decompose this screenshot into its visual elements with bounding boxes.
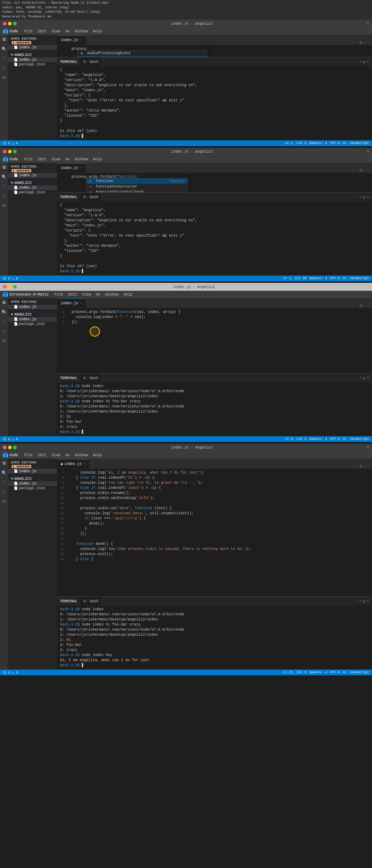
close-button-4[interactable] [3, 446, 7, 449]
sidebar-angelic2-packagejson-1[interactable]: 📄 package.json [8, 62, 57, 67]
search-icon-3[interactable]: 🔍 [1, 309, 7, 316]
git-icon-3[interactable]: ⑂ [1, 318, 7, 325]
status-language-1[interactable]: JavaScript [349, 141, 369, 145]
search-icon-1[interactable]: 🔍 [1, 46, 7, 52]
editor-content-4[interactable]: 7 console.log('Hi, I am angelica, what c… [57, 469, 372, 596]
status-ln-col-2[interactable]: Ln 1, Col 30 [283, 277, 307, 280]
close-button-3[interactable] [3, 285, 7, 289]
sidebar-file-indexjs-1[interactable]: 📄 index.js [8, 45, 57, 50]
terminal-split-icon-2[interactable]: ⊟ [363, 195, 365, 200]
terminal-close-icon-3[interactable]: × [367, 376, 369, 381]
status-language-4[interactable]: JavaScript [349, 671, 369, 674]
status-spaces-1[interactable]: Spaces: 4 [310, 141, 327, 145]
status-encoding-2[interactable]: UTF-8 [330, 277, 340, 280]
terminal-add-icon-2[interactable]: + [359, 195, 361, 200]
sidebar-angelic2-packagejson-4[interactable]: 📄 package.json [8, 486, 57, 491]
sidebar-angelic2-indexjs-2[interactable]: 📄 index.js [8, 185, 57, 190]
settings-icon[interactable]: ⚙ [367, 21, 369, 26]
minimize-button-1[interactable] [8, 22, 12, 25]
debug-icon-2[interactable]: ▷ [1, 193, 7, 199]
sidebar-angelic2-indexjs-3[interactable]: 📄 index.js [8, 317, 57, 322]
debug-icon-1[interactable]: ▷ [1, 65, 7, 71]
git-icon-4[interactable]: ⑂ [1, 479, 7, 486]
maximize-button-2[interactable] [13, 150, 17, 153]
menu-view-1[interactable]: View [49, 29, 62, 34]
minimize-button-3[interactable] [8, 285, 12, 289]
menu-edit-3[interactable]: Edit [66, 292, 79, 297]
more-actions-icon-2[interactable]: ··· [363, 169, 370, 173]
terminal-split-icon-4[interactable]: ⊟ [363, 599, 365, 604]
menu-edit-2[interactable]: Edit [36, 157, 49, 162]
status-spaces-4[interactable]: Spaces: 4 [310, 671, 327, 674]
sidebar-file-indexjs-3[interactable]: 📄 index.js [8, 305, 57, 309]
terminal-add-icon-1[interactable]: + [359, 60, 361, 64]
settings-icon-2[interactable]: ⚙ [367, 149, 369, 154]
maximize-button-3[interactable] [13, 285, 17, 289]
sidebar-angelic2-indexjs-4[interactable]: 📄 index.js [8, 481, 57, 486]
debug-icon-4[interactable]: ▷ [1, 489, 7, 495]
editor-content-1[interactable]: process ◆ AudioProcessingEvent ⟶ Process… [57, 45, 372, 57]
close-button-2[interactable] [3, 150, 7, 153]
tab-indexjs-4[interactable]: index.js × [57, 459, 89, 469]
terminal-close-icon-1[interactable]: × [367, 60, 369, 64]
terminal-add-icon-4[interactable]: + [359, 599, 361, 604]
sidebar-angelic2-packagejson-2[interactable]: 📄 package.json [8, 190, 57, 195]
extensions-icon-2[interactable]: ⊞ [1, 202, 7, 209]
autocomplete-dropdown-1[interactable]: ◆ AudioProcessingEvent ⟶ ProcessingInstr… [77, 50, 207, 57]
git-icon-2[interactable]: ⑂ [1, 183, 7, 190]
status-ln-col-1[interactable]: Ln 1, Col 8 [285, 141, 306, 145]
split-editor-icon-1[interactable]: ⊟ [360, 40, 362, 45]
more-actions-icon-3[interactable]: ··· [363, 304, 370, 308]
terminal-close-icon-2[interactable]: × [367, 195, 369, 200]
sidebar-angelic2-packagejson-3[interactable]: 📄 package.json [8, 322, 57, 326]
terminal-tab-1[interactable]: 3: bash [80, 57, 102, 66]
autocomplete-item-function[interactable]: ƒ function function [86, 178, 187, 184]
editor-content-3[interactable]: 1 process.argv.forEach(function(val, ind… [57, 308, 372, 373]
more-actions-icon-1[interactable]: ··· [363, 41, 370, 45]
editor-content-2[interactable]: process.argv.forEach(function| ƒ functio… [57, 173, 372, 192]
tab-close-4[interactable]: × [83, 462, 85, 466]
menu-view-4[interactable]: View [49, 453, 62, 458]
status-eol-2[interactable]: LF [343, 277, 347, 280]
menu-go-4[interactable]: Go [63, 453, 72, 458]
status-ln-col-3[interactable]: Ln 3, Col 4 [285, 437, 306, 441]
sidebar-file-indexjs-4[interactable]: 📄 index.js [8, 469, 57, 474]
tab-close-3[interactable]: × [80, 301, 82, 305]
status-encoding-3[interactable]: UTF-8 [330, 437, 340, 441]
status-language-3[interactable]: JavaScript [349, 437, 369, 441]
menu-go-1[interactable]: Go [63, 29, 72, 34]
extensions-icon-3[interactable]: ⊞ [1, 337, 7, 344]
menu-help-1[interactable]: Help [91, 29, 104, 34]
menu-view-2[interactable]: View [49, 157, 62, 162]
status-spaces-3[interactable]: Spaces: 4 [310, 437, 327, 441]
tab-indexjs-2[interactable]: index.js × [57, 163, 86, 173]
menu-help-2[interactable]: Help [91, 157, 104, 162]
sidebar-angelic2-indexjs-1[interactable]: 📄 index.js [8, 57, 57, 62]
menu-file-1[interactable]: File [22, 29, 35, 34]
sidebar-folder-angelic2-1[interactable]: ▼ ANGELIC2 [8, 53, 57, 57]
sidebar-file-indexjs-2[interactable]: 📄 index.js [8, 173, 57, 178]
menu-help-3[interactable]: Help [121, 292, 134, 297]
more-actions-icon-4[interactable]: ··· [363, 465, 370, 469]
git-icon-1[interactable]: ⑂ [1, 55, 7, 62]
status-eol-4[interactable]: LF [343, 671, 347, 674]
sidebar-folder-angelic2-2[interactable]: ▼ ANGELIC2 [8, 181, 57, 185]
menu-go-3[interactable]: Go [94, 292, 102, 297]
terminal-add-icon-3[interactable]: + [359, 376, 361, 381]
terminal-tab-2[interactable]: 3: bash [80, 193, 102, 201]
explorer-icon-1[interactable]: ⧉ [1, 36, 7, 43]
terminal-split-icon-1[interactable]: ⊟ [363, 60, 365, 64]
menu-window-4[interactable]: Window [73, 453, 90, 458]
menu-go-2[interactable]: Go [63, 157, 72, 162]
terminal-split-icon-3[interactable]: ⊟ [363, 376, 365, 381]
terminal-tab-3[interactable]: 4: bash [80, 374, 102, 382]
maximize-button-1[interactable] [13, 22, 17, 25]
maximize-button-4[interactable] [13, 446, 17, 449]
close-button-1[interactable] [3, 22, 7, 25]
tab-indexjs-1[interactable]: index.js × [57, 35, 86, 45]
sidebar-folder-angelic2-3[interactable]: ▼ ANGELIC2 [8, 312, 57, 317]
menu-help-4[interactable]: Help [91, 453, 104, 458]
status-eol-1[interactable]: LF [343, 141, 347, 145]
menu-window-1[interactable]: Window [73, 29, 90, 34]
search-icon-4[interactable]: 🔍 [1, 470, 7, 476]
